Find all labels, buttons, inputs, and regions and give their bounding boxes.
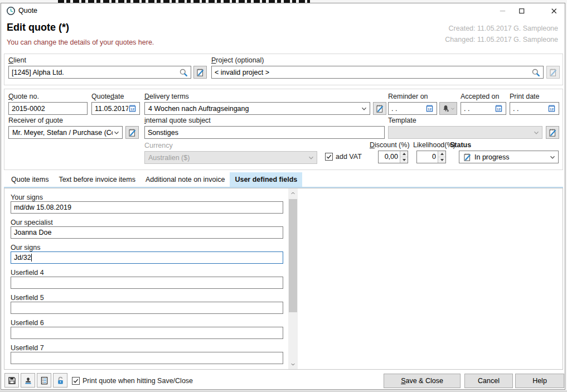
page-title: Edit quote (*) <box>7 22 69 33</box>
print-on-save-checkbox[interactable] <box>72 377 80 385</box>
udf-label: Our specialist <box>11 219 53 226</box>
text-caret <box>31 254 32 262</box>
udf-label: Userfield 7 <box>11 344 44 352</box>
quote-no-field[interactable]: 2015-0002 <box>8 102 88 115</box>
discount-label: Discount (%) <box>370 141 410 149</box>
status-dropdown[interactable]: In progress <box>459 151 559 163</box>
edit-note-icon <box>463 153 472 162</box>
add-vat-checkbox[interactable] <box>325 153 333 161</box>
client-label: Client <box>8 56 26 65</box>
likelihood-spin-down[interactable] <box>438 157 445 163</box>
template-edit-button[interactable] <box>546 126 559 139</box>
accepted-on-field[interactable]: . . <box>461 102 506 115</box>
close-icon <box>550 7 558 15</box>
search-icon[interactable] <box>179 68 188 77</box>
print-date-field[interactable]: . . <box>510 102 559 115</box>
project-label: Project (optional) <box>211 56 264 65</box>
save-close-button[interactable]: Save & Close <box>384 374 461 388</box>
cancel-button[interactable]: Cancel <box>464 374 513 388</box>
search-icon[interactable] <box>531 68 540 77</box>
tab-additional-note-on-invoice[interactable]: Additional note on invoice <box>140 172 230 187</box>
udf-field-userfield-5[interactable] <box>11 302 283 314</box>
user-defined-fields-panel: Your signs md/dw 15.08.2019 Our speciali… <box>4 188 563 370</box>
edit-icon <box>375 104 384 113</box>
likelihood-label: Likelihood(%) <box>413 141 455 149</box>
subject-label: internal quote subject <box>144 117 211 125</box>
delivery-terms-label: Delivery terms <box>144 93 189 101</box>
chevron-down-icon <box>113 129 120 137</box>
stamp-tool-button[interactable] <box>21 373 35 388</box>
tab-text-before-invoice-items[interactable]: Text before invoice items <box>54 172 140 187</box>
udf-field-our-signs[interactable]: Jd/32 <box>11 251 283 264</box>
udf-label: Your signs <box>11 193 43 201</box>
help-button[interactable]: Help <box>515 374 564 388</box>
minimize-button[interactable] <box>495 6 510 16</box>
project-edit-button <box>546 66 560 79</box>
likelihood-stepper[interactable]: 0 <box>416 151 446 163</box>
receiver-label: Receiver of quote <box>8 117 63 125</box>
edit-icon <box>128 128 137 137</box>
calendar-icon[interactable] <box>128 104 137 113</box>
save-tool-button[interactable] <box>4 373 19 388</box>
minimize-icon <box>498 7 507 15</box>
edit-icon <box>548 128 557 137</box>
project-field[interactable]: < invalid project > <box>211 66 544 79</box>
reminder-field[interactable]: . . <box>388 102 437 115</box>
receiver-dropdown[interactable]: Mr. Meyer, Stefan / Purchase (Com <box>8 126 123 139</box>
udf-field-our-specialist[interactable]: Joanna Doe <box>11 226 283 239</box>
likelihood-spin-up[interactable] <box>438 151 445 157</box>
spin-up-icon <box>440 153 444 155</box>
quote-no-label: Quote no. <box>8 93 39 101</box>
scroll-up-button[interactable] <box>288 188 298 198</box>
stamp-icon <box>23 376 33 385</box>
udf-label: Userfield 8 <box>11 369 44 370</box>
client-field[interactable]: [1245] Alpha Ltd. <box>8 66 191 79</box>
discount-value: 0,00 <box>379 151 400 163</box>
close-button[interactable] <box>546 6 561 16</box>
delivery-terms-dropdown[interactable]: 4 Wochen nach Auftragseingang <box>144 102 370 115</box>
client-edit-button[interactable] <box>193 66 207 79</box>
maximize-button[interactable] <box>514 6 529 16</box>
tab-quote-items[interactable]: Quote items <box>6 172 54 187</box>
accepted-on-label: Accepted on <box>461 93 500 101</box>
scroll-down-button[interactable] <box>288 360 298 369</box>
quote-dialog: Quote Edit quote (*) You can change the … <box>1 3 565 390</box>
discount-spin-up[interactable] <box>400 151 408 157</box>
likelihood-value: 0 <box>417 151 438 163</box>
udf-field-userfield-6[interactable] <box>11 327 283 339</box>
subject-field[interactable]: Sonstiges <box>144 126 385 139</box>
report-tool-button[interactable] <box>37 373 51 388</box>
discount-spin-down[interactable] <box>400 157 408 163</box>
window-title: Quote <box>18 7 37 14</box>
edit-icon <box>549 68 558 77</box>
scrollbar-thumb[interactable] <box>289 199 297 312</box>
vertical-scrollbar[interactable] <box>288 188 298 369</box>
check-icon <box>72 378 79 384</box>
quotedate-field[interactable]: 11.05.2017 <box>91 102 140 115</box>
delivery-terms-edit-button[interactable] <box>373 102 386 115</box>
calendar-icon[interactable] <box>547 104 556 113</box>
lock-tool-button[interactable] <box>53 373 67 388</box>
save-icon <box>7 376 17 385</box>
tab-user-defined-fields[interactable]: User defined fields <box>230 172 302 187</box>
calendar-icon[interactable] <box>425 104 434 113</box>
print-on-save-label: Print quote when hitting Save/Close <box>83 377 197 385</box>
chevron-down-icon <box>549 153 556 161</box>
template-label: Template <box>388 117 416 125</box>
receiver-edit-button[interactable] <box>125 126 139 139</box>
calendar-icon[interactable] <box>495 104 503 113</box>
edit-icon <box>196 68 205 77</box>
chevron-up-icon <box>290 190 296 196</box>
udf-label: Our signs <box>11 244 41 251</box>
udf-label: Userfield 5 <box>11 294 44 302</box>
tab-bar: Quote items Text before invoice items Ad… <box>4 172 563 187</box>
udf-field-userfield-7[interactable] <box>11 352 283 364</box>
udf-field-userfield-4[interactable] <box>11 277 283 289</box>
reminder-alarm-button[interactable] <box>439 102 457 115</box>
spin-down-icon <box>440 159 444 161</box>
clock-icon <box>6 6 16 16</box>
udf-label: Userfield 6 <box>11 319 44 327</box>
udf-field-your-signs[interactable]: md/dw 15.08.2019 <box>11 201 283 214</box>
discount-stepper[interactable]: 0,00 <box>378 151 408 163</box>
currency-label: Currency <box>144 142 173 150</box>
